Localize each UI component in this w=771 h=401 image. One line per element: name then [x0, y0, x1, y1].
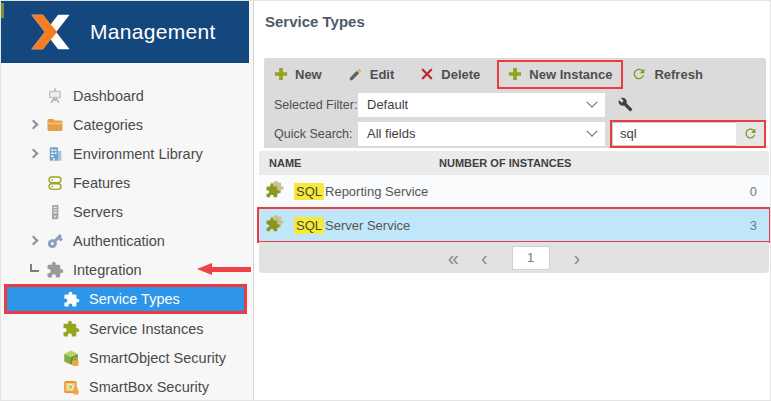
environment-library-icon: [46, 145, 64, 163]
dashboard-icon: [46, 87, 64, 105]
search-highlight: SQL: [294, 217, 324, 234]
service-type-name: Reporting Service: [325, 184, 428, 199]
sidebar-item-servers[interactable]: Servers: [1, 197, 248, 226]
toolbar: New Edit Delete New Instance: [264, 58, 766, 90]
new-button-label: New: [295, 67, 322, 82]
plus-icon: [274, 67, 288, 81]
edit-button-label: Edit: [370, 67, 395, 82]
sidebar-item-authentication[interactable]: Authentication: [1, 226, 248, 255]
next-page-button[interactable]: ›: [574, 248, 581, 268]
edit-button[interactable]: Edit: [348, 67, 395, 82]
sidebar-item-label: Servers: [73, 204, 123, 220]
screen-edge-artifact: [1, 3, 4, 18]
quick-search-field-dropdown[interactable]: All fields: [358, 122, 605, 146]
plus-icon: [508, 67, 522, 81]
service-type-icon: [266, 181, 286, 201]
delete-button-label: Delete: [441, 67, 480, 82]
sidebar-item-service-types[interactable]: Service Types: [4, 284, 247, 314]
refresh-button[interactable]: Refresh: [631, 66, 702, 82]
chevron-down-icon: [586, 125, 597, 136]
sidebar-item-label: Authentication: [73, 233, 165, 249]
sidebar-item-label: Integration: [73, 262, 142, 278]
expand-chevron-icon[interactable]: [30, 237, 46, 244]
service-type-name: Server Service: [325, 218, 410, 233]
new-button[interactable]: New: [274, 67, 322, 82]
management-console: Management Dashboard Categories: [0, 0, 771, 401]
sidebar-item-features[interactable]: Features: [1, 168, 248, 197]
column-header-name: NAME: [259, 157, 439, 169]
key-icon: [46, 232, 64, 250]
selected-filter-value: Default: [367, 97, 408, 112]
wrench-icon: [618, 97, 633, 112]
quick-search-field-value: All fields: [367, 126, 415, 141]
sidebar-item-categories[interactable]: Categories: [1, 110, 248, 139]
cube-lock-icon: [62, 349, 80, 367]
main-panel: Service Types New Edit Delete: [255, 1, 771, 401]
selected-filter-label: Selected Filter:: [274, 98, 358, 112]
pagination-bar: « ‹ 1 ›: [259, 242, 769, 273]
box-lock-icon: [62, 378, 80, 396]
quick-search-label: Quick Search:: [274, 127, 358, 141]
table-row-selected[interactable]: SQL Server Service 3: [257, 207, 771, 243]
new-instance-button[interactable]: New Instance: [508, 67, 612, 82]
page-title: Service Types: [265, 13, 365, 30]
toolbar-filter-block: New Edit Delete New Instance: [264, 58, 766, 148]
sidebar-item-service-instances[interactable]: Service Instances: [1, 314, 248, 343]
column-header-instances: NUMBER OF INSTANCES: [439, 157, 571, 169]
sidebar-item-label: Service Types: [89, 291, 180, 307]
delete-button[interactable]: Delete: [420, 67, 480, 82]
k2-logo-icon: [27, 11, 74, 53]
sidebar-item-label: SmartBox Security: [89, 379, 209, 395]
app-title: Management: [90, 20, 216, 44]
table-row[interactable]: SQL Reporting Service 0: [259, 175, 769, 208]
puzzle-icon: [62, 320, 80, 338]
annotation-box-search: [610, 120, 766, 148]
expand-chevron-icon[interactable]: [30, 121, 46, 128]
refresh-icon: [743, 126, 758, 141]
annotation-box-new-instance: New Instance: [497, 60, 623, 89]
table-header: NAME NUMBER OF INSTANCES: [259, 151, 769, 175]
annotation-arrow-integration: [197, 263, 251, 276]
expand-chevron-icon[interactable]: [30, 150, 46, 157]
refresh-button-label: Refresh: [654, 67, 702, 82]
chevron-down-icon: [586, 96, 597, 107]
search-refresh-button[interactable]: [736, 122, 764, 146]
quick-search-row: Quick Search: All fields: [264, 119, 766, 148]
collapse-corner-icon[interactable]: [30, 268, 46, 272]
sidebar-item-smartbox-security[interactable]: SmartBox Security: [1, 372, 248, 401]
servers-icon: [46, 203, 64, 221]
delete-x-icon: [420, 67, 434, 81]
puzzle-icon: [46, 261, 64, 279]
filter-settings-button[interactable]: [618, 97, 633, 112]
sidebar-item-label: Features: [73, 175, 130, 191]
sidebar-item-dashboard[interactable]: Dashboard: [1, 81, 248, 110]
sidebar-item-label: Categories: [73, 117, 143, 133]
instance-count: 3: [750, 218, 757, 233]
service-type-icon: [266, 215, 286, 235]
selected-filter-dropdown[interactable]: Default: [358, 93, 605, 117]
instance-count: 0: [750, 184, 757, 199]
features-icon: [46, 174, 64, 192]
sidebar-header: Management: [1, 1, 249, 63]
folder-icon: [46, 116, 64, 134]
sidebar-item-label: Service Instances: [89, 321, 203, 337]
sidebar: Management Dashboard Categories: [1, 1, 254, 401]
refresh-icon: [631, 66, 647, 82]
prev-page-button[interactable]: ‹: [481, 248, 488, 268]
search-input[interactable]: [612, 122, 736, 146]
search-highlight: SQL: [294, 183, 324, 200]
sidebar-item-environment-library[interactable]: Environment Library: [1, 139, 248, 168]
selected-filter-row: Selected Filter: Default: [264, 90, 766, 119]
first-page-button[interactable]: «: [448, 248, 457, 268]
sidebar-item-label: Dashboard: [73, 88, 144, 104]
sidebar-item-label: SmartObject Security: [89, 350, 226, 366]
sidebar-item-smartobject-security[interactable]: SmartObject Security: [1, 343, 248, 372]
sidebar-nav: Dashboard Categories Environment Library: [1, 81, 248, 401]
sidebar-item-label: Environment Library: [73, 146, 203, 162]
pencil-icon: [348, 67, 363, 82]
puzzle-icon: [62, 290, 80, 308]
page-number-input[interactable]: 1: [512, 246, 550, 270]
new-instance-button-label: New Instance: [529, 67, 612, 82]
